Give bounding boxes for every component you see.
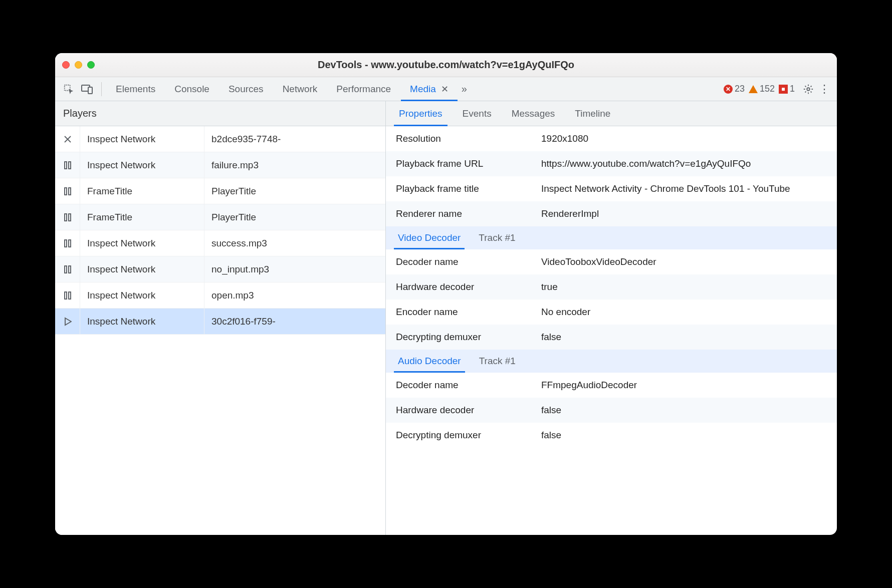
prop-row: Decrypting demuxer false <box>386 325 837 350</box>
video-track-tab[interactable]: Track #1 <box>470 226 524 249</box>
more-tabs-chevron-icon[interactable]: » <box>459 83 470 95</box>
player-title: open.mp3 <box>204 282 385 308</box>
inspect-element-icon[interactable] <box>60 81 77 98</box>
player-title: b2dce935-7748- <box>204 126 385 152</box>
player-frame-title: Inspect Network <box>80 152 204 178</box>
error-icon: ✕ <box>724 85 733 94</box>
svg-rect-9 <box>69 188 71 195</box>
player-title: no_input.mp3 <box>204 256 385 282</box>
player-row[interactable]: Inspect Networksuccess.mp3 <box>55 230 385 256</box>
subtab-properties[interactable]: Properties <box>389 101 453 126</box>
svg-marker-18 <box>65 318 71 325</box>
warning-count-value: 152 <box>760 84 775 94</box>
close-tab-icon[interactable]: ✕ <box>441 84 449 95</box>
svg-rect-13 <box>69 240 71 247</box>
prop-key: Encoder name <box>396 307 541 318</box>
tab-media[interactable]: Media ✕ <box>401 77 458 101</box>
player-status-x-icon <box>55 126 80 152</box>
svg-rect-16 <box>65 292 67 299</box>
tab-sources[interactable]: Sources <box>219 77 273 101</box>
svg-rect-17 <box>69 292 71 299</box>
prop-key: Hardware decoder <box>396 405 541 416</box>
device-toolbar-icon[interactable] <box>78 81 96 97</box>
player-title: PlayerTitle <box>204 204 385 230</box>
prop-key: Resolution <box>396 133 541 144</box>
titlebar: DevTools - www.youtube.com/watch?v=e1gAy… <box>55 53 837 77</box>
prop-row-renderer: Renderer name RendererImpl <box>386 201 837 226</box>
audio-decoder-section: Audio Decoder Track #1 <box>386 350 837 373</box>
prop-row: Decoder name VideoTooboxVideoDecoder <box>386 249 837 274</box>
video-decoder-tab[interactable]: Video Decoder <box>389 226 470 249</box>
player-frame-title: Inspect Network <box>80 256 204 282</box>
prop-val: false <box>541 405 827 416</box>
devtools-toolbar: Elements Console Sources Network Perform… <box>55 77 837 101</box>
svg-rect-8 <box>65 188 67 195</box>
prop-row-url: Playback frame URL https://www.youtube.c… <box>386 151 837 176</box>
console-counts[interactable]: ✕ 23 152 ■ 1 <box>724 84 800 94</box>
issue-count-value: 1 <box>790 84 795 94</box>
player-frame-title: FrameTitle <box>80 178 204 204</box>
prop-key: Decoder name <box>396 256 541 267</box>
prop-val: VideoTooboxVideoDecoder <box>541 256 827 267</box>
player-status-play-icon <box>55 309 80 334</box>
player-frame-title: Inspect Network <box>80 230 204 256</box>
player-status-pause-icon <box>55 178 80 204</box>
detail-sub-tabs: Properties Events Messages Timeline <box>386 101 837 126</box>
prop-row: Decrypting demuxer false <box>386 423 837 448</box>
player-row[interactable]: Inspect Networkb2dce935-7748- <box>55 126 385 152</box>
subtab-messages[interactable]: Messages <box>502 101 565 126</box>
player-row[interactable]: Inspect Networkno_input.mp3 <box>55 256 385 282</box>
tab-console[interactable]: Console <box>165 77 218 101</box>
players-header: Players <box>55 101 385 126</box>
prop-row-resolution: Resolution 1920x1080 <box>386 126 837 151</box>
player-frame-title: Inspect Network <box>80 282 204 308</box>
tab-network[interactable]: Network <box>274 77 327 101</box>
svg-rect-11 <box>69 214 71 221</box>
error-count[interactable]: ✕ 23 <box>724 84 745 94</box>
prop-val: https://www.youtube.com/watch?v=e1gAyQuI… <box>541 158 827 169</box>
prop-val: false <box>541 332 827 343</box>
tab-elements[interactable]: Elements <box>107 77 164 101</box>
subtab-events[interactable]: Events <box>453 101 502 126</box>
kebab-menu-icon[interactable]: ⋮ <box>817 83 832 96</box>
issue-count[interactable]: ■ 1 <box>779 84 795 94</box>
player-row[interactable]: Inspect Network30c2f016-f759- <box>55 309 385 335</box>
tab-performance[interactable]: Performance <box>327 77 400 101</box>
video-decoder-section: Video Decoder Track #1 <box>386 226 837 249</box>
prop-val: Inspect Network Activity - Chrome DevToo… <box>541 183 827 194</box>
player-title: 30c2f016-f759- <box>204 309 385 334</box>
prop-val: FFmpegAudioDecoder <box>541 380 827 391</box>
player-title: PlayerTitle <box>204 178 385 204</box>
player-row[interactable]: Inspect Networkopen.mp3 <box>55 282 385 309</box>
player-title: failure.mp3 <box>204 152 385 178</box>
svg-rect-10 <box>65 214 67 221</box>
prop-row: Encoder name No encoder <box>386 300 837 325</box>
toolbar-divider <box>101 82 102 96</box>
settings-gear-icon[interactable] <box>801 84 816 95</box>
svg-rect-2 <box>88 87 92 94</box>
subtab-timeline[interactable]: Timeline <box>565 101 620 126</box>
player-row[interactable]: Inspect Networkfailure.mp3 <box>55 152 385 178</box>
devtools-window: DevTools - www.youtube.com/watch?v=e1gAy… <box>55 53 837 535</box>
properties-panel: Properties Events Messages Timeline Reso… <box>386 101 837 535</box>
audio-track-tab[interactable]: Track #1 <box>470 350 525 373</box>
player-list: Inspect Networkb2dce935-7748-Inspect Net… <box>55 126 385 335</box>
issue-icon: ■ <box>779 85 788 94</box>
prop-row: Hardware decoder true <box>386 274 837 300</box>
prop-row: Hardware decoder false <box>386 398 837 423</box>
svg-rect-15 <box>69 266 71 273</box>
prop-row-frame-title: Playback frame title Inspect Network Act… <box>386 176 837 201</box>
player-status-pause-icon <box>55 152 80 178</box>
prop-key: Playback frame URL <box>396 158 541 169</box>
error-count-value: 23 <box>735 84 745 94</box>
content-area: Players Inspect Networkb2dce935-7748-Ins… <box>55 101 837 535</box>
player-frame-title: FrameTitle <box>80 204 204 230</box>
player-row[interactable]: FrameTitlePlayerTitle <box>55 204 385 230</box>
warning-count[interactable]: 152 <box>749 84 775 94</box>
svg-rect-6 <box>65 162 67 169</box>
player-status-pause-icon <box>55 256 80 282</box>
prop-key: Decoder name <box>396 380 541 391</box>
audio-decoder-tab[interactable]: Audio Decoder <box>389 350 470 373</box>
tab-media-label: Media <box>410 84 436 95</box>
player-row[interactable]: FrameTitlePlayerTitle <box>55 178 385 204</box>
